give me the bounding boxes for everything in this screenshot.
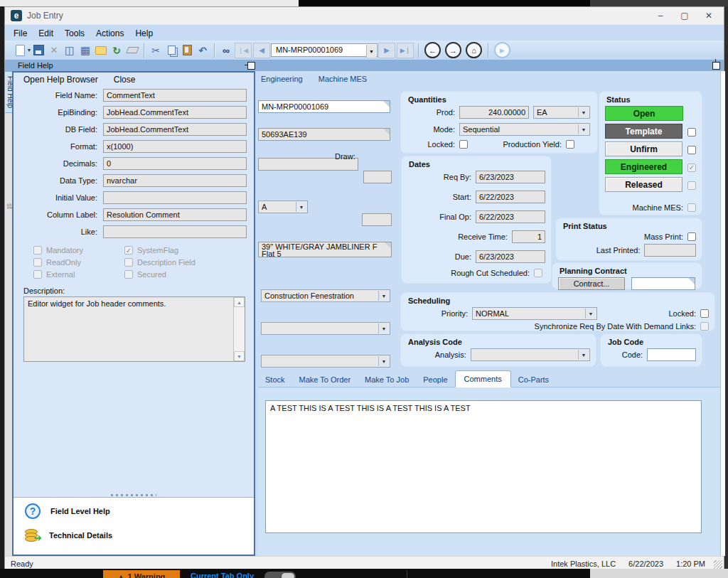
previous-record-icon[interactable]: ◀ [253,43,270,58]
receive-time-field[interactable]: 1 [512,230,545,243]
scroll-up-icon[interactable]: ▲ [234,297,245,307]
code-field[interactable] [647,348,696,361]
menu-edit[interactable]: Edit [38,28,53,38]
initial-value-value[interactable] [103,191,247,204]
note-icon[interactable] [93,43,109,58]
menu-file[interactable]: File [14,28,27,38]
save-icon[interactable] [31,43,46,58]
draw-field[interactable] [362,213,392,226]
small-field-empty[interactable] [363,171,392,183]
systemflag-checkbox[interactable]: ✓SystemFlag [124,246,215,255]
sched-locked-checkbox[interactable] [700,309,709,318]
format-value[interactable]: x(1000) [103,140,247,153]
description-field-checkbox[interactable]: Description Field [124,258,215,267]
open-help-browser-button[interactable]: Open Help Browser [23,75,98,85]
eraser-icon[interactable] [124,43,140,58]
tab-co-parts[interactable]: Co-Parts [511,373,556,387]
tab-stock[interactable]: Stock [258,373,292,387]
grid-icon[interactable]: ▦ [77,43,93,58]
uom-combo[interactable]: EA▼ [533,106,590,119]
prod-qty-field[interactable]: 240.00000 [459,106,529,119]
external-checkbox[interactable]: External [33,270,124,279]
technical-details-link[interactable]: ➜ Technical Details [25,529,254,542]
last-record-icon[interactable]: ▶❘ [397,43,414,58]
due-field[interactable]: 6/23/2023 [476,250,545,263]
menu-help[interactable]: Help [135,28,153,38]
tab-machine-mes[interactable]: Machine MES [318,75,367,83]
scrollbar[interactable]: ▲ ▼ [233,297,245,361]
first-record-icon[interactable]: ❘◀ [235,43,252,58]
book-icon[interactable]: ◫ [62,43,77,58]
minimize-button[interactable]: – [648,7,673,24]
locked-checkbox[interactable] [459,140,468,149]
mandatory-checkbox[interactable]: Mandatory [33,246,124,255]
final-op-field[interactable]: 6/22/2023 [476,210,545,223]
part-description-field[interactable]: 39" WHITE/GRAY JAMBLINER F Flat 5 [258,242,392,257]
close-button[interactable]: ✕ [697,7,721,24]
tab-make-to-order[interactable]: Make To Order [292,373,358,387]
analysis-combo[interactable]: ▼ [471,348,590,361]
epibinding-value[interactable]: JobHead.CommentText [103,106,247,119]
next-record-icon[interactable]: ▶ [378,43,395,58]
secured-checkbox[interactable]: Secured [124,270,215,279]
refresh-icon[interactable]: ↻ [109,43,124,58]
chevron-down-icon[interactable]: ▼ [366,45,376,58]
combo-empty-2[interactable]: ▼ [261,355,390,368]
combo-empty-1[interactable]: ▼ [261,322,390,335]
back-icon[interactable]: ← [424,42,441,58]
data-type-value[interactable]: nvarchar [103,174,247,187]
start-field[interactable]: 6/22/2023 [476,191,545,203]
template-checkbox[interactable] [687,128,696,137]
mass-print-checkbox[interactable] [687,232,696,241]
undo-icon[interactable]: ↶ [195,43,210,58]
like-value[interactable] [103,225,247,238]
description-textarea[interactable]: Editor widget for Job header comments. ▲… [23,296,245,362]
status-unfirm-button[interactable]: Unfirm [605,141,682,156]
unfirm-checkbox[interactable] [687,146,696,154]
contract-field[interactable] [631,277,695,290]
menu-actions[interactable]: Actions [96,28,124,38]
forward-icon[interactable]: → [445,42,461,58]
released-checkbox[interactable] [687,181,696,190]
db-field-value[interactable]: JobHead.CommentText [103,123,247,136]
new-icon[interactable] [12,43,28,58]
warning-badge[interactable]: ▲ 1 Warning [103,570,180,578]
current-tab-only-link[interactable]: Current Tab Only [191,572,254,578]
column-label-value[interactable]: Resolution Comment [103,208,247,221]
search-binoculars-icon[interactable]: ∞ [218,43,234,58]
pin-icon[interactable] [712,62,720,70]
delete-icon[interactable]: ✕ [46,43,62,58]
status-open-button[interactable]: Open [605,106,683,121]
tab-engineering[interactable]: Engineering [261,75,303,83]
home-icon[interactable]: ⌂ [466,42,482,58]
scroll-down-icon[interactable]: ▼ [234,351,245,361]
field-level-help-link[interactable]: ? Field Level Help [25,503,254,519]
tab-make-to-job[interactable]: Make To Job [358,373,416,387]
maximize-button[interactable]: ▢ [673,7,697,24]
priority-combo[interactable]: NORMAL▼ [472,307,597,320]
readonly-checkbox[interactable]: ReadOnly [33,258,124,267]
status-template-button[interactable]: Template [605,124,682,139]
status-released-button[interactable]: Released [605,177,682,192]
cut-icon[interactable]: ✂ [148,43,164,58]
paste-icon[interactable] [179,43,195,58]
toggle-switch[interactable] [264,572,296,578]
field-name-value[interactable]: CommentText [103,89,247,102]
job-number-field[interactable]: MN-MRP00001069 [258,100,390,113]
revision-combo[interactable]: A▼ [258,200,308,213]
tab-comments[interactable]: Comments [455,370,511,387]
status-engineered-button[interactable]: Engineered [605,159,682,174]
pin-icon[interactable] [247,62,255,70]
engineered-checkbox[interactable]: ✓ [687,164,696,172]
production-yield-checkbox[interactable] [566,140,574,149]
contract-button[interactable]: Contract... [558,277,625,290]
part-number-field[interactable]: 50693AE139 [258,128,390,141]
copy-icon[interactable] [164,43,179,58]
resize-grip-icon[interactable] [714,560,722,569]
mode-combo[interactable]: Sequential▼ [459,123,590,136]
record-combo[interactable]: MN-MRP00001069 ▼ [271,43,378,57]
req-by-field[interactable]: 6/23/2023 [476,171,545,183]
comments-textarea[interactable]: A TEST THIS IS A TEST THIS IS A TEST THI… [265,400,702,533]
decimals-value[interactable]: 0 [103,157,247,170]
close-panel-button[interactable]: Close [114,75,136,85]
